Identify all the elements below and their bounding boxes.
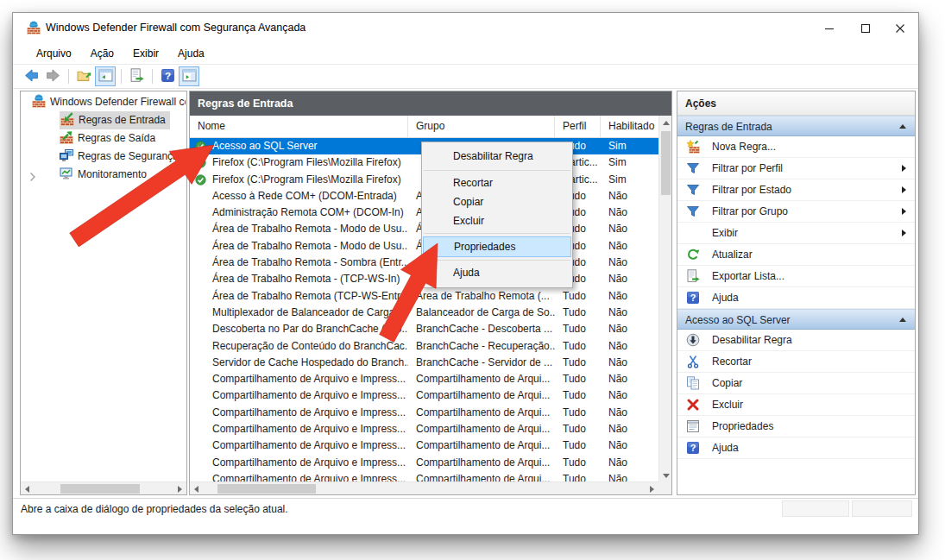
action-item-ajuda[interactable]: ?Ajuda — [677, 437, 915, 459]
action-item-propriedades[interactable]: Propriedades — [677, 416, 915, 437]
action-item-exibir[interactable]: Exibir — [677, 223, 915, 244]
scroll-right-arrow[interactable] — [646, 482, 658, 495]
rules-vertical-scrollbar[interactable] — [658, 116, 671, 483]
scrollbar-thumb[interactable] — [60, 484, 140, 494]
scroll-up-arrow[interactable] — [659, 116, 672, 129]
rule-enabled: Não — [601, 387, 659, 404]
forward-button[interactable] — [42, 66, 63, 87]
help-icon: ? — [686, 441, 700, 455]
rule-group: Compartilhamento de Arqui... — [408, 437, 555, 454]
maximize-button[interactable] — [853, 20, 879, 37]
action-item-desabilitar-regra[interactable]: Desabilitar Regra — [677, 330, 915, 351]
filter-funnel-icon — [686, 204, 700, 218]
column-header-habilitado[interactable]: Habilitado — [601, 116, 659, 137]
menu-item-arquivo[interactable]: Arquivo — [27, 44, 81, 63]
action-item-filtrar-por-perfil[interactable]: Filtrar por Perfil — [677, 158, 915, 179]
rule-enabled: Não — [601, 288, 659, 305]
actions-section-header[interactable]: Regras de Entrada — [677, 116, 915, 136]
scrollbar-thumb[interactable] — [217, 484, 316, 494]
back-arrow-icon — [24, 68, 39, 85]
tree-horizontal-scrollbar[interactable] — [21, 481, 186, 494]
expand-chevron-icon[interactable] — [29, 170, 36, 180]
svg-text:?: ? — [164, 69, 170, 80]
minimize-button[interactable] — [816, 20, 842, 37]
scrollbar-corner — [658, 481, 671, 494]
scroll-left-arrow[interactable] — [21, 482, 34, 495]
help-button[interactable]: ? — [157, 66, 178, 87]
action-item-ajuda[interactable]: ?Ajuda — [677, 287, 915, 309]
column-header-perfil[interactable]: Perfil — [555, 116, 601, 137]
tree-item-label: Regras de Saída — [78, 132, 155, 144]
action-item-filtrar-por-estado[interactable]: Filtrar por Estado — [677, 179, 915, 201]
context-menu-item-ajuda[interactable]: Ajuda — [422, 263, 572, 282]
table-row[interactable]: Descoberta no Par do BranchCache (WS...B… — [190, 321, 659, 337]
action-pane-toggle-button[interactable] — [179, 66, 199, 86]
table-row[interactable]: Compartilhamento de Arquivo e Impress...… — [190, 387, 659, 404]
table-row[interactable]: Multiplexador de Balanceador de Carga d.… — [190, 305, 659, 321]
table-row[interactable]: Compartilhamento de Arquivo e Impress...… — [190, 455, 659, 471]
folder-up-icon — [77, 68, 91, 85]
back-button[interactable] — [21, 66, 41, 87]
action-item-label: Filtrar por Estado — [712, 179, 791, 200]
rule-name: Compartilhamento de Arquivo e Impress... — [190, 405, 408, 421]
table-row[interactable]: Área de Trabalho Remota (TCP-WS-Entra...… — [190, 288, 659, 305]
rule-enabled: Não — [601, 338, 659, 355]
scrollbar-thumb[interactable] — [661, 131, 671, 195]
rule-name: Compartilhamento de Arquivo e Impress... — [190, 421, 408, 437]
action-item-label: Filtrar por Perfil — [712, 158, 783, 179]
column-header-nome[interactable]: Nome — [190, 116, 408, 137]
collapse-arrow-icon[interactable] — [899, 318, 906, 322]
window-title: Windows Defender Firewall com Segurança … — [46, 22, 306, 34]
tree-item-regras-de-entrada[interactable]: Regras de Entrada — [21, 111, 186, 129]
table-row[interactable]: Compartilhamento de Arquivo e Impress...… — [190, 437, 659, 454]
action-item-exportar-lista-[interactable]: Exportar Lista... — [677, 266, 915, 287]
tree-root-item[interactable]: Windows Defender Firewall com Segurança … — [21, 93, 186, 111]
console-tree-panel: Windows Defender Firewall com Segurança … — [20, 91, 187, 495]
console-tree-toggle-button[interactable] — [95, 66, 116, 86]
rules-horizontal-scrollbar[interactable] — [190, 481, 658, 494]
export-list-button[interactable] — [126, 66, 147, 87]
action-item-filtrar-por-grupo[interactable]: Filtrar por Grupo — [677, 201, 915, 223]
context-menu-item-desabilitar-regra[interactable]: Desabilitar Regra — [422, 145, 572, 167]
action-item-nova-regra-[interactable]: Nova Regra... — [677, 136, 915, 158]
table-row[interactable]: Compartilhamento de Arquivo e Impress...… — [190, 371, 659, 387]
rule-profile: Tudo — [555, 421, 601, 437]
scroll-left-arrow[interactable] — [190, 482, 203, 495]
rule-enabled: Não — [601, 437, 659, 454]
show-root-button[interactable] — [73, 66, 94, 87]
tree-item-regras-de-saida[interactable]: Regras de Saída — [21, 129, 186, 148]
context-menu-item-excluir[interactable]: Excluir — [422, 211, 572, 230]
rule-name: Firefox (C:\Program Files\Mozilla Firefo… — [190, 154, 408, 171]
context-menu-item-copiar[interactable]: Copiar — [422, 192, 572, 211]
action-item-recortar[interactable]: Recortar — [677, 351, 915, 373]
tree-item-monitoramento[interactable]: Monitoramento — [21, 166, 186, 184]
action-pane-toggle-icon — [182, 68, 197, 85]
table-row[interactable]: Recuperação de Conteúdo do BranchCac...B… — [190, 338, 659, 355]
action-item-excluir[interactable]: Excluir — [677, 394, 915, 416]
context-menu-item-recortar[interactable]: Recortar — [422, 173, 572, 192]
scroll-right-arrow[interactable] — [173, 482, 186, 495]
table-row[interactable]: Compartilhamento de Arquivo e Impress...… — [190, 405, 659, 421]
actions-section-header[interactable]: Acesso ao SQL Server — [677, 309, 915, 330]
table-row[interactable]: Servidor de Cache Hospedado do Branch...… — [190, 355, 659, 371]
menu-item-acao[interactable]: Ação — [81, 44, 123, 63]
action-item-label: Propriedades — [712, 416, 773, 437]
scroll-down-arrow[interactable] — [659, 469, 672, 482]
properties-sheet-icon — [686, 419, 700, 433]
column-header-grupo[interactable]: Grupo — [408, 116, 555, 137]
export-list-icon — [129, 68, 144, 85]
action-item-copiar[interactable]: Copiar — [677, 373, 915, 394]
toolbar-separator — [68, 69, 69, 84]
close-button[interactable] — [887, 20, 913, 37]
tree-item-regras-de-seguranca-de-conexao[interactable]: Regras de Segurança de Conexão — [21, 148, 186, 166]
action-item-label: Desabilitar Regra — [712, 330, 792, 350]
menu-item-exibir[interactable]: Exibir — [123, 44, 168, 63]
collapse-arrow-icon[interactable] — [899, 124, 906, 129]
menu-item-ajuda[interactable]: Ajuda — [168, 44, 214, 63]
context-menu-item-propriedades[interactable]: Propriedades — [423, 236, 571, 257]
action-item-atualizar[interactable]: Atualizar — [677, 244, 915, 266]
check-circle-icon — [195, 174, 206, 186]
context-menu: Desabilitar RegraRecortarCopiarExcluirPr… — [421, 142, 573, 288]
rule-name: Firefox (C:\Program Files\Mozilla Firefo… — [190, 172, 408, 188]
table-row[interactable]: Compartilhamento de Arquivo e Impress...… — [190, 421, 659, 437]
